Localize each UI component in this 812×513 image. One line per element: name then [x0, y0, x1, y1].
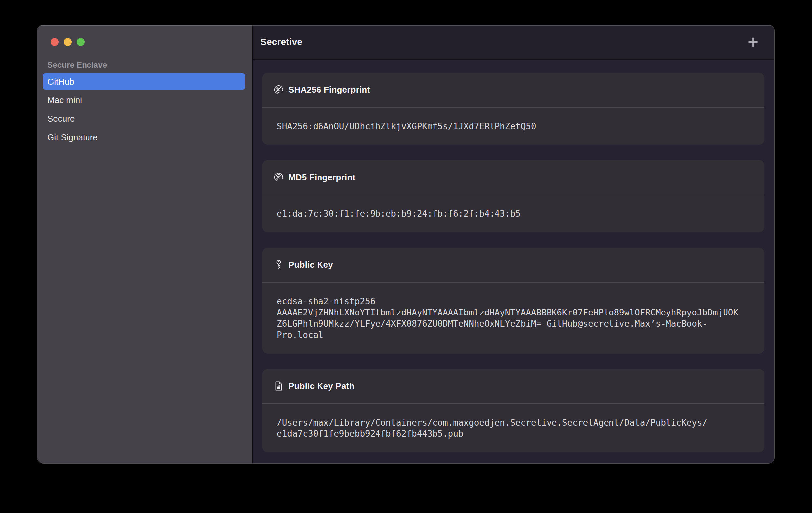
document-lock-icon	[273, 380, 284, 392]
key-icon	[273, 259, 284, 270]
card-title: SHA256 Fingerprint	[288, 85, 370, 95]
title-bar: Secretive +	[253, 25, 774, 60]
md5-fingerprint-card: MD5 Fingerprint e1:da:7c:30:f1:fe:9b:eb:…	[262, 160, 764, 232]
main-panel: Secretive + SHA256	[253, 25, 774, 463]
app-window: Secure Enclave GitHub Mac mini Secure Gi…	[37, 25, 774, 463]
zoom-button[interactable]	[77, 38, 85, 46]
sidebar-item-secure[interactable]: Secure	[43, 110, 245, 127]
sidebar-list: GitHub Mac mini Secure Git Signature	[43, 73, 245, 147]
sidebar: Secure Enclave GitHub Mac mini Secure Gi…	[37, 25, 252, 463]
sha256-fingerprint-value: SHA256:d6AnOU/UDhcihZlkjvXGPKmf5s/1JXd7E…	[262, 108, 764, 145]
card-title: Public Key	[288, 260, 333, 270]
close-button[interactable]	[51, 38, 59, 46]
sha256-fingerprint-card: SHA256 Fingerprint SHA256:d6AnOU/UDhcihZ…	[262, 73, 764, 145]
sidebar-item-git-signature[interactable]: Git Signature	[43, 129, 245, 146]
public-key-card: Public Key ecdsa-sha2-nistp256 AAAAE2VjZ…	[262, 248, 764, 353]
plus-icon: +	[748, 33, 759, 51]
card-header: MD5 Fingerprint	[262, 160, 764, 195]
sidebar-item-github[interactable]: GitHub	[43, 73, 245, 90]
card-title: MD5 Fingerprint	[288, 172, 355, 182]
sidebar-section-label: Secure Enclave	[48, 60, 107, 69]
card-header: Public Key	[262, 248, 764, 283]
card-header: Public Key Path	[262, 369, 764, 404]
card-title: Public Key Path	[288, 381, 355, 391]
traffic-lights	[51, 38, 85, 46]
window-title: Secretive	[261, 37, 302, 48]
public-key-value: ecdsa-sha2-nistp256 AAAAE2VjZHNhLXNoYTIt…	[262, 283, 764, 353]
sidebar-item-mac-mini[interactable]: Mac mini	[43, 91, 245, 109]
md5-fingerprint-value: e1:da:7c:30:f1:fe:9b:eb:b9:24:fb:f6:2f:b…	[262, 195, 764, 232]
secret-detail-content: SHA256 Fingerprint SHA256:d6AnOU/UDhcihZ…	[253, 60, 774, 463]
public-key-path-card: Public Key Path /Users/max/Library/Conta…	[262, 369, 764, 452]
card-header: SHA256 Fingerprint	[262, 73, 764, 108]
sidebar-item-label: Secure	[48, 114, 75, 124]
sidebar-item-label: Mac mini	[48, 95, 82, 105]
minimize-button[interactable]	[64, 38, 71, 46]
fingerprint-icon	[273, 172, 284, 183]
public-key-path-value: /Users/max/Library/Containers/com.maxgoe…	[262, 404, 764, 452]
add-secret-button[interactable]: +	[744, 32, 762, 52]
fingerprint-icon	[273, 84, 284, 95]
sidebar-item-label: Git Signature	[48, 132, 98, 142]
sidebar-item-label: GitHub	[48, 77, 74, 87]
